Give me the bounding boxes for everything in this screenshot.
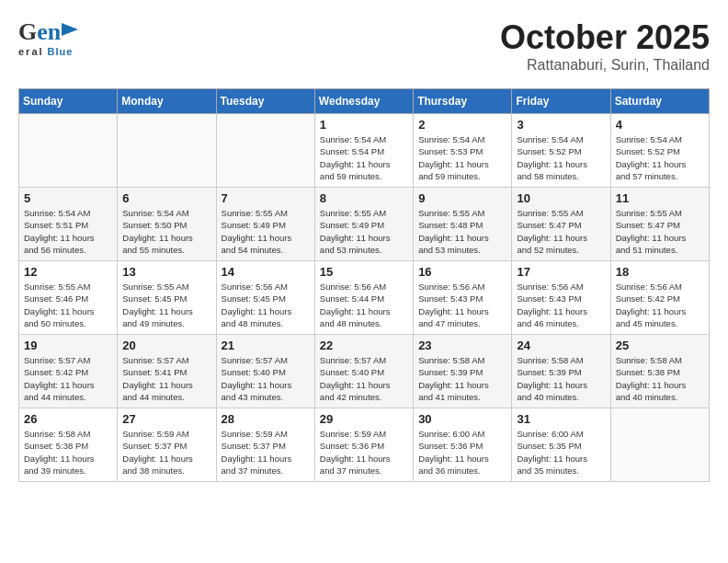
calendar-cell: 26Sunrise: 5:58 AM Sunset: 5:38 PM Dayli… [19,408,118,482]
calendar-cell: 24Sunrise: 5:58 AM Sunset: 5:39 PM Dayli… [512,335,610,408]
calendar-cell: 5Sunrise: 5:54 AM Sunset: 5:51 PM Daylig… [19,188,118,261]
svg-marker-0 [62,23,78,36]
calendar-cell [118,114,216,188]
calendar-cell [216,114,314,188]
day-info: Sunrise: 5:56 AM Sunset: 5:45 PM Dayligh… [222,281,310,329]
calendar-cell: 20Sunrise: 5:57 AM Sunset: 5:41 PM Dayli… [118,335,216,408]
day-number: 16 [418,265,506,279]
calendar-cell: 2Sunrise: 5:54 AM Sunset: 5:53 PM Daylig… [414,114,512,188]
day-info: Sunrise: 5:58 AM Sunset: 5:39 PM Dayligh… [517,354,605,403]
day-info: Sunrise: 5:57 AM Sunset: 5:40 PM Dayligh… [222,354,310,403]
day-info: Sunrise: 5:55 AM Sunset: 5:47 PM Dayligh… [616,207,704,256]
calendar-cell: 9Sunrise: 5:55 AM Sunset: 5:48 PM Daylig… [414,188,512,261]
header-thursday: Thursday [414,89,512,114]
header-row: SundayMondayTuesdayWednesdayThursdayFrid… [19,89,710,114]
day-number: 15 [320,265,408,279]
day-number: 5 [24,191,112,205]
day-number: 13 [122,265,210,279]
day-number: 19 [24,339,112,352]
calendar-cell [19,114,118,188]
calendar-cell: 31Sunrise: 6:00 AM Sunset: 5:35 PM Dayli… [512,408,610,482]
day-number: 23 [418,339,506,352]
calendar-cell: 15Sunrise: 5:56 AM Sunset: 5:44 PM Dayli… [314,261,413,335]
calendar-cell: 7Sunrise: 5:55 AM Sunset: 5:49 PM Daylig… [216,188,314,261]
logo-general-g: G [18,18,37,46]
calendar-cell: 22Sunrise: 5:57 AM Sunset: 5:40 PM Dayli… [314,335,413,408]
day-number: 26 [24,412,112,426]
day-info: Sunrise: 5:54 AM Sunset: 5:52 PM Dayligh… [616,133,704,182]
day-number: 1 [320,118,408,132]
logo: G en eral Blue [18,18,78,57]
day-number: 8 [320,191,408,205]
calendar-cell: 27Sunrise: 5:59 AM Sunset: 5:37 PM Dayli… [118,408,216,482]
calendar-cell: 1Sunrise: 5:54 AM Sunset: 5:54 PM Daylig… [314,114,413,188]
calendar-cell: 25Sunrise: 5:58 AM Sunset: 5:38 PM Dayli… [610,335,709,408]
day-info: Sunrise: 5:54 AM Sunset: 5:52 PM Dayligh… [517,133,605,182]
day-info: Sunrise: 5:57 AM Sunset: 5:42 PM Dayligh… [24,354,112,403]
day-info: Sunrise: 5:59 AM Sunset: 5:37 PM Dayligh… [222,428,310,477]
calendar-cell [610,408,709,482]
header-friday: Friday [512,89,610,114]
day-number: 22 [320,339,408,352]
week-row-1: 1Sunrise: 5:54 AM Sunset: 5:54 PM Daylig… [19,114,710,188]
day-info: Sunrise: 5:58 AM Sunset: 5:38 PM Dayligh… [616,354,704,403]
calendar-cell: 14Sunrise: 5:56 AM Sunset: 5:45 PM Dayli… [216,261,314,335]
day-number: 14 [222,265,310,279]
calendar-cell: 13Sunrise: 5:55 AM Sunset: 5:45 PM Dayli… [118,261,216,335]
logo-eral-text: eral [18,46,44,57]
day-info: Sunrise: 5:57 AM Sunset: 5:40 PM Dayligh… [320,354,408,403]
day-number: 27 [122,412,210,426]
calendar-cell: 28Sunrise: 5:59 AM Sunset: 5:37 PM Dayli… [216,408,314,482]
calendar-cell: 4Sunrise: 5:54 AM Sunset: 5:52 PM Daylig… [610,114,709,188]
day-info: Sunrise: 5:54 AM Sunset: 5:54 PM Dayligh… [320,133,408,182]
calendar-cell: 16Sunrise: 5:56 AM Sunset: 5:43 PM Dayli… [414,261,512,335]
day-number: 29 [320,412,408,426]
day-number: 3 [517,118,605,132]
month-title: October 2025 [500,18,710,57]
day-info: Sunrise: 5:55 AM Sunset: 5:48 PM Dayligh… [418,207,506,256]
day-number: 4 [616,118,704,132]
day-number: 2 [418,118,506,132]
week-row-4: 19Sunrise: 5:57 AM Sunset: 5:42 PM Dayli… [19,335,710,408]
calendar-cell: 19Sunrise: 5:57 AM Sunset: 5:42 PM Dayli… [19,335,118,408]
day-info: Sunrise: 5:56 AM Sunset: 5:43 PM Dayligh… [418,281,506,329]
day-info: Sunrise: 6:00 AM Sunset: 5:36 PM Dayligh… [418,428,506,477]
day-info: Sunrise: 5:56 AM Sunset: 5:42 PM Dayligh… [616,281,704,329]
day-number: 10 [517,191,605,205]
logo-blue-text: Blue [48,46,74,57]
day-number: 31 [517,412,605,426]
header-monday: Monday [118,89,216,114]
day-info: Sunrise: 5:58 AM Sunset: 5:38 PM Dayligh… [24,428,112,477]
day-info: Sunrise: 5:59 AM Sunset: 5:37 PM Dayligh… [122,428,210,477]
calendar-cell: 17Sunrise: 5:56 AM Sunset: 5:43 PM Dayli… [512,261,610,335]
page-header: G en eral Blue October 2025 Rattanaburi,… [18,18,710,74]
week-row-5: 26Sunrise: 5:58 AM Sunset: 5:38 PM Dayli… [19,408,710,482]
calendar-cell: 6Sunrise: 5:54 AM Sunset: 5:50 PM Daylig… [118,188,216,261]
day-number: 17 [517,265,605,279]
header-tuesday: Tuesday [216,89,314,114]
calendar-cell: 29Sunrise: 5:59 AM Sunset: 5:36 PM Dayli… [314,408,413,482]
header-sunday: Sunday [19,89,118,114]
day-number: 12 [24,265,112,279]
day-number: 28 [222,412,310,426]
day-number: 21 [222,339,310,352]
location: Rattanaburi, Surin, Thailand [500,57,710,74]
day-number: 30 [418,412,506,426]
day-info: Sunrise: 5:57 AM Sunset: 5:41 PM Dayligh… [122,354,210,403]
calendar-cell: 23Sunrise: 5:58 AM Sunset: 5:39 PM Dayli… [414,335,512,408]
day-number: 11 [616,191,704,205]
calendar-cell: 12Sunrise: 5:55 AM Sunset: 5:46 PM Dayli… [19,261,118,335]
calendar-cell: 3Sunrise: 5:54 AM Sunset: 5:52 PM Daylig… [512,114,610,188]
day-number: 25 [616,339,704,352]
day-info: Sunrise: 5:55 AM Sunset: 5:46 PM Dayligh… [24,281,112,329]
header-wednesday: Wednesday [314,89,413,114]
day-number: 7 [222,191,310,205]
day-info: Sunrise: 5:55 AM Sunset: 5:49 PM Dayligh… [320,207,408,256]
day-info: Sunrise: 5:55 AM Sunset: 5:47 PM Dayligh… [517,207,605,256]
day-number: 6 [122,191,210,205]
logo-arrow-icon [62,19,78,40]
day-info: Sunrise: 5:55 AM Sunset: 5:49 PM Dayligh… [222,207,310,256]
day-number: 9 [418,191,506,205]
week-row-2: 5Sunrise: 5:54 AM Sunset: 5:51 PM Daylig… [19,188,710,261]
day-number: 20 [122,339,210,352]
